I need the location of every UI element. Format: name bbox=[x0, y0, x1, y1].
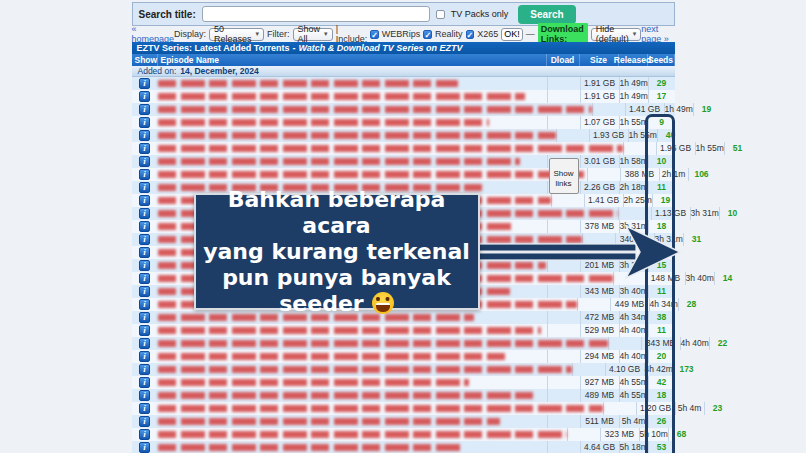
search-input[interactable] bbox=[202, 6, 430, 22]
episode-name-redacted[interactable] bbox=[158, 340, 608, 347]
chevron-down-icon: ▾ bbox=[324, 30, 328, 38]
dash-separator: — bbox=[526, 29, 535, 39]
dload-cell bbox=[547, 324, 580, 337]
display-select[interactable]: 50 Releases▾ bbox=[209, 28, 264, 41]
table-row: i927 MB4h 55m42 bbox=[132, 376, 675, 389]
tv-packs-checkbox[interactable] bbox=[436, 10, 445, 19]
info-icon[interactable]: i bbox=[139, 195, 150, 206]
info-icon[interactable]: i bbox=[139, 117, 150, 128]
info-icon[interactable]: i bbox=[139, 182, 150, 193]
webrips-label: WEBRips bbox=[382, 29, 421, 39]
seeds-cell: 42 bbox=[648, 376, 675, 389]
size-cell: 511 MB bbox=[580, 415, 619, 428]
episode-name-redacted[interactable] bbox=[158, 327, 541, 334]
col-released[interactable]: Released bbox=[619, 54, 648, 66]
info-icon[interactable]: i bbox=[139, 221, 150, 232]
download-links-select[interactable]: Hide (default)▾ bbox=[591, 28, 642, 41]
info-icon[interactable]: i bbox=[139, 169, 150, 180]
size-cell: 1.96 GB bbox=[656, 142, 695, 155]
info-icon[interactable]: i bbox=[139, 234, 150, 245]
released-cell: 3h 31m bbox=[690, 207, 719, 220]
col-size[interactable]: Size bbox=[580, 54, 619, 66]
episode-name-redacted[interactable] bbox=[158, 353, 505, 360]
table-subtitle: Watch & Download TV Series on EZTV bbox=[299, 43, 463, 53]
released-cell: 3h 40m bbox=[619, 285, 648, 298]
grinning-face-emoji bbox=[372, 292, 394, 314]
info-icon[interactable]: i bbox=[139, 364, 150, 375]
episode-name-redacted[interactable] bbox=[158, 444, 464, 451]
episode-name-redacted[interactable] bbox=[158, 158, 520, 165]
added-on-date: 14, December, 2024 bbox=[180, 66, 258, 76]
info-icon[interactable]: i bbox=[139, 260, 150, 271]
info-icon[interactable]: i bbox=[139, 442, 150, 453]
x265-label: X265 bbox=[477, 29, 498, 39]
col-episode-name[interactable]: Episode Name bbox=[158, 54, 547, 66]
dload-cell bbox=[618, 207, 651, 220]
next-page-link[interactable]: next page » bbox=[641, 24, 674, 44]
released-cell: 3h 40m bbox=[685, 272, 714, 285]
seeds-cell: 11 bbox=[648, 285, 675, 298]
info-icon[interactable]: i bbox=[139, 156, 150, 167]
homepage-link[interactable]: « homepage bbox=[132, 24, 175, 44]
table-row: i1.96 GB1h 55m51 bbox=[132, 142, 675, 155]
info-icon[interactable]: i bbox=[139, 78, 150, 89]
released-cell: 4h 40m bbox=[619, 350, 648, 363]
show-links-button[interactable]: Showlinks bbox=[549, 158, 579, 194]
episode-name-redacted[interactable] bbox=[158, 132, 556, 139]
dload-cell bbox=[603, 402, 636, 415]
col-show[interactable]: Show bbox=[132, 54, 158, 66]
info-icon[interactable]: i bbox=[139, 91, 150, 102]
reality-checkbox[interactable]: ✓ bbox=[423, 30, 432, 39]
info-icon[interactable]: i bbox=[139, 312, 150, 323]
display-label: Display: bbox=[174, 29, 206, 39]
dload-cell bbox=[608, 337, 641, 350]
info-icon[interactable]: i bbox=[139, 143, 150, 154]
episode-name-redacted[interactable] bbox=[158, 106, 592, 113]
episode-name-redacted[interactable] bbox=[158, 379, 469, 386]
info-icon[interactable]: i bbox=[139, 338, 150, 349]
seeds-cell: 19 bbox=[652, 194, 679, 207]
table-row: i4.64 GB5h 18m53 bbox=[132, 441, 675, 453]
info-icon[interactable]: i bbox=[139, 429, 150, 440]
episode-name-redacted[interactable] bbox=[158, 366, 572, 373]
episode-name-redacted[interactable] bbox=[158, 392, 536, 399]
search-button[interactable]: Search bbox=[518, 5, 575, 24]
info-icon[interactable]: i bbox=[139, 325, 150, 336]
episode-name-redacted[interactable] bbox=[158, 405, 603, 412]
dload-cell bbox=[547, 389, 580, 402]
info-icon[interactable]: i bbox=[139, 351, 150, 362]
chevron-down-icon: ▾ bbox=[256, 30, 260, 38]
episode-name-redacted[interactable] bbox=[158, 80, 458, 87]
info-icon[interactable]: i bbox=[139, 104, 150, 115]
episode-name-redacted[interactable] bbox=[158, 145, 623, 152]
released-cell: 1h 58m bbox=[619, 155, 648, 168]
info-icon[interactable]: i bbox=[139, 403, 150, 414]
released-cell: 5h 4m bbox=[619, 415, 648, 428]
info-icon[interactable]: i bbox=[139, 247, 150, 258]
info-icon[interactable]: i bbox=[139, 299, 150, 310]
released-cell: 4h 40m bbox=[680, 337, 709, 350]
episode-name-redacted[interactable] bbox=[158, 93, 525, 100]
episode-name-redacted[interactable] bbox=[158, 431, 567, 438]
episode-name-redacted[interactable] bbox=[158, 418, 500, 425]
info-icon[interactable]: i bbox=[139, 377, 150, 388]
size-cell: 1.91 GB bbox=[580, 77, 619, 90]
info-icon[interactable]: i bbox=[139, 130, 150, 141]
released-cell: 2h 1m bbox=[659, 168, 688, 181]
released-cell: 1h 49m bbox=[619, 90, 648, 103]
info-icon[interactable]: i bbox=[139, 273, 150, 284]
webrips-checkbox[interactable]: ✓ bbox=[370, 30, 379, 39]
filter-select[interactable]: Show All▾ bbox=[293, 28, 333, 41]
info-icon[interactable]: i bbox=[139, 416, 150, 427]
x265-checkbox[interactable]: ✓ bbox=[466, 30, 475, 39]
info-icon[interactable]: i bbox=[139, 390, 150, 401]
episode-name-redacted[interactable] bbox=[158, 119, 489, 126]
ok-button[interactable]: OK! bbox=[501, 28, 523, 41]
seeds-cell: 20 bbox=[648, 350, 675, 363]
info-icon[interactable]: i bbox=[139, 208, 150, 219]
col-dload[interactable]: Dload bbox=[547, 54, 580, 66]
col-seeds[interactable]: Seeds bbox=[648, 54, 675, 66]
episode-name-redacted[interactable] bbox=[158, 171, 587, 178]
seeds-cell: 9 bbox=[648, 116, 675, 129]
info-icon[interactable]: i bbox=[139, 286, 150, 297]
